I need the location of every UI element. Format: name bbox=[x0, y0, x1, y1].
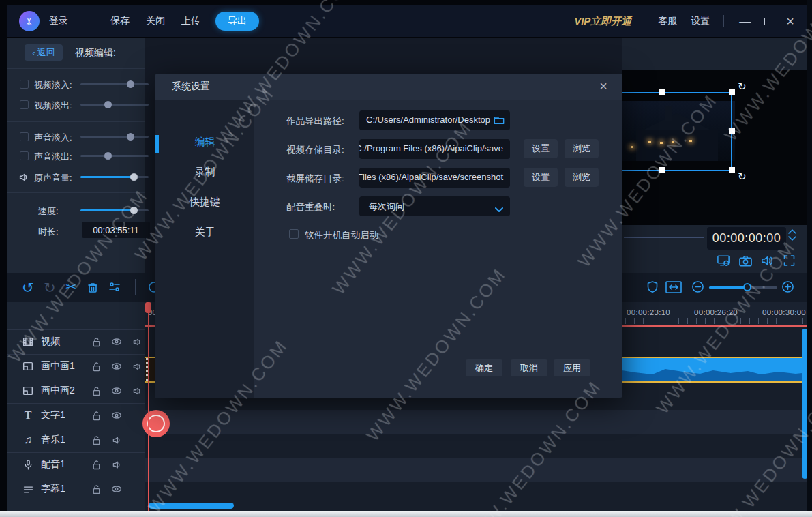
trash-icon[interactable] bbox=[86, 280, 100, 297]
snapshot-camera-icon[interactable] bbox=[738, 254, 753, 267]
lock-icon[interactable] bbox=[89, 336, 104, 348]
selection-handle-bottom-right[interactable] bbox=[729, 167, 735, 173]
zoom-out-icon[interactable] bbox=[691, 280, 704, 296]
redo-icon[interactable]: ↻ bbox=[44, 280, 56, 295]
customer-service-link[interactable]: 客服 bbox=[658, 15, 677, 27]
screenshot-dir-browse-button[interactable]: 浏览 bbox=[565, 168, 599, 187]
slider-handle[interactable] bbox=[127, 133, 134, 141]
menu-save[interactable]: 保存 bbox=[110, 15, 130, 27]
timeline-zoom-slider[interactable] bbox=[709, 286, 777, 289]
audio-fade-out-checkbox[interactable] bbox=[20, 151, 29, 160]
fullscreen-icon[interactable] bbox=[782, 254, 796, 267]
minimize-icon[interactable]: — bbox=[739, 16, 751, 27]
fit-timeline-icon[interactable] bbox=[665, 280, 682, 297]
screenshot-dir-set-button[interactable]: 设置 bbox=[524, 168, 558, 187]
lock-icon[interactable] bbox=[89, 484, 104, 495]
track-row-pip2[interactable]: 画中画2 bbox=[7, 379, 145, 402]
maximize-icon[interactable] bbox=[764, 18, 772, 25]
apply-button[interactable]: 应用 bbox=[554, 359, 590, 376]
selection-handle-bottom[interactable] bbox=[659, 167, 665, 173]
record-marker[interactable] bbox=[142, 410, 170, 437]
audio-fade-in-checkbox[interactable] bbox=[20, 132, 29, 141]
menu-upload[interactable]: 上传 bbox=[181, 15, 200, 27]
speaker-icon[interactable] bbox=[130, 385, 145, 397]
zoom-in-icon[interactable] bbox=[781, 280, 794, 296]
autostart-checkbox[interactable] bbox=[289, 229, 299, 239]
timecode-stepper[interactable] bbox=[788, 229, 796, 241]
video-save-dir-input[interactable]: C:/Program Files (x86)/AipaiClip/save bbox=[359, 139, 510, 159]
audio-fade-out-slider[interactable] bbox=[80, 155, 149, 157]
shield-icon[interactable] bbox=[646, 280, 659, 297]
screen-settings-icon[interactable] bbox=[717, 254, 731, 267]
login-link[interactable]: 登录 bbox=[49, 15, 68, 27]
screenshot-dir-input[interactable]: C:/Program Files (x86)/AipaiClip/save/sc… bbox=[359, 168, 510, 188]
chevron-down-icon[interactable] bbox=[788, 236, 796, 241]
slider-handle[interactable] bbox=[743, 283, 751, 291]
lock-icon[interactable] bbox=[89, 434, 104, 446]
video-dir-browse-button[interactable]: 浏览 bbox=[565, 139, 599, 158]
voiceover-overlap-dropdown[interactable]: 每次询问 bbox=[359, 196, 510, 216]
speaker-icon[interactable] bbox=[109, 459, 124, 471]
speed-slider[interactable] bbox=[80, 209, 149, 211]
eye-icon[interactable] bbox=[109, 483, 124, 495]
slider-handle[interactable] bbox=[130, 207, 138, 214]
preview-timecode[interactable]: 00:00:00:00 bbox=[707, 227, 786, 250]
eye-icon[interactable] bbox=[109, 409, 124, 422]
eye-icon[interactable] bbox=[109, 360, 124, 372]
lock-icon[interactable] bbox=[89, 361, 104, 372]
track-row-voiceover1[interactable]: 配音1 bbox=[7, 452, 145, 476]
selection-handle-right[interactable] bbox=[729, 128, 735, 134]
slider-handle[interactable] bbox=[130, 173, 138, 181]
tab-record[interactable]: 录制 bbox=[155, 165, 254, 179]
scissors-cut-icon[interactable]: ✂ bbox=[65, 280, 76, 293]
video-fade-in-slider[interactable] bbox=[80, 83, 149, 85]
original-volume-slider[interactable] bbox=[80, 176, 149, 178]
audio-fade-in-slider[interactable] bbox=[80, 136, 149, 138]
volume-icon[interactable] bbox=[760, 254, 775, 267]
eye-icon[interactable] bbox=[109, 385, 124, 397]
slider-handle[interactable] bbox=[127, 80, 134, 88]
track-row-subtitle1[interactable]: 字幕1 bbox=[7, 477, 145, 501]
speaker-icon[interactable] bbox=[130, 361, 145, 372]
ok-button[interactable]: 确定 bbox=[466, 359, 502, 376]
undo-icon[interactable]: ↺ bbox=[22, 280, 34, 295]
speaker-icon[interactable] bbox=[109, 434, 124, 446]
track-row-music1[interactable]: ♫ 音乐1 bbox=[7, 428, 145, 452]
tab-about[interactable]: 关于 bbox=[155, 225, 254, 239]
chevron-up-icon[interactable] bbox=[788, 229, 796, 234]
selection-handle-top-right[interactable] bbox=[729, 89, 735, 95]
lock-icon[interactable] bbox=[89, 385, 104, 397]
export-path-input[interactable]: C:/Users/Administrator/Desktop bbox=[359, 110, 510, 130]
menu-close[interactable]: 关闭 bbox=[146, 15, 165, 27]
folder-icon[interactable] bbox=[494, 115, 505, 127]
rotate-icon[interactable]: ↻ bbox=[738, 171, 747, 183]
tab-edit[interactable]: 编辑 bbox=[155, 135, 254, 149]
video-fade-in-checkbox[interactable] bbox=[20, 80, 29, 89]
close-window-icon[interactable]: × bbox=[786, 14, 794, 28]
playhead-line[interactable] bbox=[148, 302, 149, 511]
lock-icon[interactable] bbox=[89, 410, 104, 422]
playhead-handle[interactable] bbox=[145, 302, 151, 313]
slider-handle[interactable] bbox=[104, 101, 112, 108]
speaker-icon[interactable] bbox=[130, 336, 145, 348]
slider-handle[interactable] bbox=[104, 152, 112, 160]
video-fade-out-checkbox[interactable] bbox=[20, 100, 29, 109]
cancel-button[interactable]: 取消 bbox=[511, 359, 547, 376]
horizontal-scrollbar[interactable] bbox=[149, 503, 234, 509]
rotate-icon[interactable]: ↻ bbox=[738, 80, 747, 93]
export-button[interactable]: 导出 bbox=[215, 12, 259, 31]
track-row-pip1[interactable]: 画中画1 bbox=[7, 354, 145, 378]
dialog-close-icon[interactable]: × bbox=[595, 78, 612, 93]
preview-seek-line[interactable] bbox=[624, 237, 704, 238]
settings-link[interactable]: 设置 bbox=[691, 15, 710, 27]
duration-field[interactable]: 00:03:55:11 bbox=[82, 222, 150, 238]
selection-handle-top[interactable] bbox=[659, 89, 665, 95]
tab-hotkeys[interactable]: 快捷键 bbox=[155, 195, 254, 209]
lock-icon[interactable] bbox=[89, 459, 104, 471]
track-row-text1[interactable]: T 文字1 bbox=[7, 403, 145, 427]
track-row-video[interactable]: 视频 bbox=[7, 329, 145, 353]
vip-upgrade-link[interactable]: VIP立即开通 bbox=[574, 15, 631, 28]
back-button[interactable]: ‹ 返回 bbox=[25, 44, 63, 61]
video-fade-out-slider[interactable] bbox=[80, 104, 149, 106]
video-dir-set-button[interactable]: 设置 bbox=[524, 139, 558, 158]
